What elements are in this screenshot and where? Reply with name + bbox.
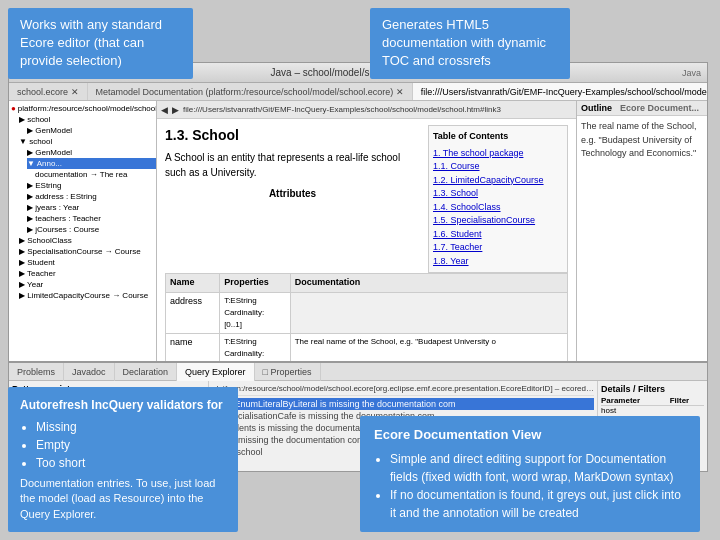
outline-content: The real name of the School, e.g. "Budap… xyxy=(577,116,707,165)
nav-forward-icon[interactable]: ▶ xyxy=(172,105,179,115)
tab-outline[interactable]: Outline xyxy=(581,103,612,113)
tab-metamodel-doc[interactable]: Metamodel Documentation (platform:/resou… xyxy=(88,83,413,101)
detail-row: host xyxy=(601,406,704,416)
tree-item-schoolclass[interactable]: ▶ SchoolClass xyxy=(19,235,154,246)
cell-props-name: T:EStringCardinality:[0..1] xyxy=(220,333,291,361)
toc-title: Table of Contents xyxy=(433,130,563,144)
toc-item-5[interactable]: 1.4. SchoolClass xyxy=(433,201,563,215)
tabs-row: school.ecore ✕ Metamodel Documentation (… xyxy=(9,83,707,101)
cell-doc-address[interactable] xyxy=(290,292,567,333)
tree-item-school2[interactable]: ▼ school xyxy=(19,136,154,147)
tree-item-doc-annotation[interactable]: documentation → The rea xyxy=(35,169,154,180)
toc-link-8[interactable]: 1.7. Teacher xyxy=(433,242,482,252)
cell-props-address: T:EStringCardinality:[0..1] xyxy=(220,292,291,333)
tree-item-school1[interactable]: ▶ school xyxy=(19,114,154,125)
toc-item-9[interactable]: 1.8. Year xyxy=(433,255,563,269)
col-properties: Properties xyxy=(220,274,291,293)
table-of-contents: Table of Contents 1. The school package … xyxy=(428,125,568,273)
list-item-too-short: Too short xyxy=(36,454,226,472)
ide-window: Java – school/model/school.ecore – Eclip… xyxy=(8,62,708,362)
ide-panels: ● platform:/resource/school/model/school… xyxy=(9,101,707,361)
bottom-tabs-row: Problems Javadoc Declaration Query Explo… xyxy=(9,363,707,381)
table-row: address T:EStringCardinality:[0..1] xyxy=(166,292,568,333)
tree-item-student[interactable]: ▶ Student xyxy=(19,257,154,268)
callout-bottom-left: Autorefresh IncQuery validators for Miss… xyxy=(8,387,238,532)
tree-item-estring[interactable]: ▶ EString xyxy=(27,180,154,191)
tree-item-specialisation[interactable]: ▶ SpecialisationCourse → Course xyxy=(19,246,154,257)
editor-address-bar: ◀ ▶ file:///Users/istvanrath/Git/EMF-Inc… xyxy=(157,101,576,119)
tree-item-jcourses[interactable]: ▶ jCourses : Course xyxy=(27,224,154,235)
callout-bottom-right-title: Ecore Documentation View xyxy=(374,426,686,444)
toc-link-3[interactable]: 1.2. LimitedCapacityCourse xyxy=(433,175,544,185)
tab-declaration[interactable]: Declaration xyxy=(115,363,178,381)
filter-header: Filter xyxy=(670,396,704,406)
panel-right-outline: Outline Ecore Document... The real name … xyxy=(577,101,707,361)
toc-link-1[interactable]: 1. The school package xyxy=(433,148,523,158)
java-label: Java xyxy=(682,68,701,78)
panel-middle-editor: ◀ ▶ file:///Users/istvanrath/Git/EMF-Inc… xyxy=(157,101,577,361)
list-item-empty: Empty xyxy=(36,436,226,454)
cell-name-name: name xyxy=(166,333,220,361)
ecore-doc-item-1: Simple and direct editing support for Do… xyxy=(390,450,686,486)
tree-item-limitedcapacity[interactable]: ▶ LimitedCapacityCourse → Course xyxy=(19,290,154,301)
error-icon: ● xyxy=(11,104,16,113)
panel-right-header: Outline Ecore Document... xyxy=(577,101,707,116)
panel-left-tree: ● platform:/resource/school/model/school… xyxy=(9,101,157,361)
col-name: Name xyxy=(166,274,220,293)
nav-back-icon[interactable]: ◀ xyxy=(161,105,168,115)
callout-bottom-left-title: Autorefresh IncQuery validators for xyxy=(20,397,226,414)
toc-link-5[interactable]: 1.4. SchoolClass xyxy=(433,202,501,212)
tree-item-teachers[interactable]: ▶ teachers : Teacher xyxy=(27,213,154,224)
tab-query-explorer[interactable]: Query Explorer xyxy=(177,363,255,381)
details-header: Details / Filters xyxy=(601,384,704,394)
tree-item-genmodel1[interactable]: ▶ GenModel xyxy=(27,125,154,136)
toc-link-2[interactable]: 1.1. Course xyxy=(433,161,480,171)
detail-param: host xyxy=(601,406,670,416)
outline-text: The real name of the School, e.g. "Budap… xyxy=(581,120,703,161)
tab-javadoc[interactable]: Javadoc xyxy=(64,363,115,381)
callout-bottom-left-footer: Documentation entries. To use, just load… xyxy=(20,476,226,522)
details-table: Parameter Filter host xyxy=(601,396,704,415)
toc-item-1[interactable]: 1. The school package xyxy=(433,147,563,161)
tree-item-jyears[interactable]: ▶ jyears : Year xyxy=(27,202,154,213)
callout-top-left: Works with any standard Ecore editor (th… xyxy=(8,8,193,79)
table-row: name T:EStringCardinality:[0..1] The rea… xyxy=(166,333,568,361)
toc-link-6[interactable]: 1.5. SpecialisationCourse xyxy=(433,215,535,225)
cell-doc-name[interactable]: The real name of the School, e.g. "Budap… xyxy=(290,333,567,361)
callout-bottom-left-list: Missing Empty Too short xyxy=(36,418,226,472)
attributes-table: Name Properties Documentation address T:… xyxy=(165,273,568,361)
callout-bottom-right: Ecore Documentation View Simple and dire… xyxy=(360,416,700,532)
matches-header: platform:/resource/school/model/school.e… xyxy=(212,384,594,396)
list-item-missing: Missing xyxy=(36,418,226,436)
toc-link-7[interactable]: 1.6. Student xyxy=(433,229,482,239)
tab-properties[interactable]: □ Properties xyxy=(255,363,321,381)
tree-item-address[interactable]: ▶ address : EString xyxy=(27,191,154,202)
toc-item-7[interactable]: 1.6. Student xyxy=(433,228,563,242)
toc-item-2[interactable]: 1.1. Course xyxy=(433,160,563,174)
toc-item-8[interactable]: 1.7. Teacher xyxy=(433,241,563,255)
param-header: Parameter xyxy=(601,396,670,406)
callout-top-right-text: Generates HTML5 documentation with dynam… xyxy=(382,17,546,68)
tab-school-ecore[interactable]: school.ecore ✕ xyxy=(9,83,88,101)
toc-item-4[interactable]: 1.3. School xyxy=(433,187,563,201)
callout-top-right: Generates HTML5 documentation with dynam… xyxy=(370,8,570,79)
detail-filter[interactable] xyxy=(670,406,704,416)
toc-item-6[interactable]: 1.5. SpecialisationCourse xyxy=(433,214,563,228)
tree-item-teacher[interactable]: ▶ Teacher xyxy=(19,268,154,279)
toc-link-4[interactable]: 1.3. School xyxy=(433,188,478,198)
tab-problems[interactable]: Problems xyxy=(9,363,64,381)
tab-ecore-doc[interactable]: Ecore Document... xyxy=(620,103,699,113)
tree-item-year[interactable]: ▶ Year xyxy=(19,279,154,290)
match-item-1[interactable]: ● getEnumLiteralByLiteral is missing the… xyxy=(212,398,594,410)
tree-item-genmodel2[interactable]: ▶ GenModel xyxy=(27,147,154,158)
toc-link-9[interactable]: 1.8. Year xyxy=(433,256,469,266)
toc-item-3[interactable]: 1.2. LimitedCapacityCourse xyxy=(433,174,563,188)
tab-html-doc[interactable]: file:///Users/istvanrath/Git/EMF-IncQuer… xyxy=(413,83,707,101)
screenshot-container: Works with any standard Ecore editor (th… xyxy=(0,0,720,540)
address-text: file:///Users/istvanrath/Git/EMF-IncQuer… xyxy=(183,105,501,114)
cell-name-address: address xyxy=(166,292,220,333)
editor-content-area: Table of Contents 1. The school package … xyxy=(157,119,576,361)
tree-item-anno[interactable]: ▼ Anno... xyxy=(27,158,157,169)
tree-item-platform[interactable]: ● platform:/resource/school/model/school… xyxy=(11,103,154,114)
ecore-doc-item-2: If no documentation is found, it greys o… xyxy=(390,486,686,522)
